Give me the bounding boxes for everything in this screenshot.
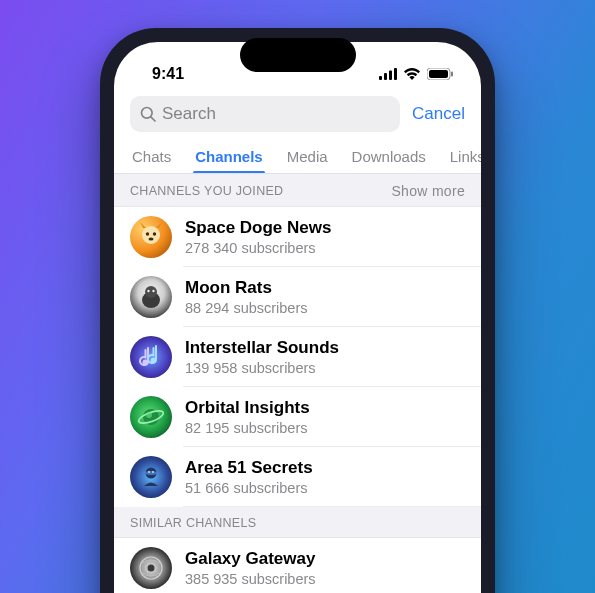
tab-media[interactable]: Media (287, 144, 328, 173)
channel-row[interactable]: Orbital Insights 82 195 subscribers (114, 387, 481, 447)
svg-point-11 (153, 232, 156, 235)
status-indicators (379, 68, 453, 80)
channel-sub: 278 340 subscribers (185, 239, 331, 257)
tab-downloads[interactable]: Downloads (352, 144, 426, 173)
svg-point-17 (143, 360, 149, 366)
battery-icon (427, 68, 453, 80)
channel-name: Area 51 Secrets (185, 457, 313, 478)
channel-name: Galaxy Gateway (185, 548, 316, 569)
svg-line-8 (151, 117, 155, 121)
svg-rect-2 (389, 71, 392, 81)
search-placeholder: Search (162, 104, 216, 124)
channel-row[interactable]: Space Doge News 278 340 subscribers (114, 207, 481, 267)
avatar (130, 456, 172, 498)
channel-meta: Orbital Insights 82 195 subscribers (185, 397, 310, 436)
avatar (130, 336, 172, 378)
cancel-button[interactable]: Cancel (412, 104, 465, 124)
channel-name: Orbital Insights (185, 397, 310, 418)
svg-point-18 (151, 358, 157, 364)
svg-point-15 (147, 290, 149, 292)
svg-rect-3 (394, 68, 397, 80)
phone-frame: 9:41 Search Cancel Chats Channels Media … (100, 28, 495, 593)
tabs: Chats Channels Media Downloads Links (114, 138, 481, 174)
svg-point-12 (149, 237, 154, 240)
tab-channels[interactable]: Channels (195, 144, 263, 173)
section-header-joined: CHANNELS YOU JOINED Show more (114, 174, 481, 207)
tab-chats[interactable]: Chats (132, 144, 171, 173)
show-more-button[interactable]: Show more (391, 183, 465, 199)
svg-point-27 (148, 565, 155, 572)
avatar (130, 216, 172, 258)
section-header-similar: SIMILAR CHANNELS (114, 507, 481, 538)
svg-point-25 (152, 471, 154, 473)
svg-point-21 (146, 412, 152, 418)
search-icon (140, 106, 156, 122)
search-row: Search Cancel (114, 94, 481, 138)
svg-rect-0 (379, 76, 382, 80)
channel-sub: 82 195 subscribers (185, 419, 310, 437)
channel-row[interactable]: Galaxy Gateway 385 935 subscribers (114, 538, 481, 593)
svg-point-9 (142, 226, 160, 244)
search-input[interactable]: Search (130, 96, 400, 132)
channel-meta: Galaxy Gateway 385 935 subscribers (185, 548, 316, 587)
channel-meta: Space Doge News 278 340 subscribers (185, 217, 331, 256)
svg-point-16 (152, 290, 154, 292)
avatar (130, 547, 172, 589)
channel-row[interactable]: Interstellar Sounds 139 958 subscribers (114, 327, 481, 387)
channel-name: Interstellar Sounds (185, 337, 339, 358)
channel-sub: 385 935 subscribers (185, 570, 316, 588)
section-label: SIMILAR CHANNELS (130, 516, 256, 530)
status-time: 9:41 (142, 65, 184, 83)
svg-rect-5 (429, 70, 448, 78)
avatar (130, 396, 172, 438)
svg-point-14 (145, 286, 157, 298)
channel-row[interactable]: Area 51 Secrets 51 666 subscribers (114, 447, 481, 507)
svg-point-10 (146, 232, 149, 235)
svg-point-24 (148, 471, 150, 473)
avatar (130, 276, 172, 318)
wifi-icon (403, 68, 421, 80)
tab-links[interactable]: Links (450, 144, 481, 173)
channel-sub: 51 666 subscribers (185, 479, 313, 497)
channel-name: Space Doge News (185, 217, 331, 238)
svg-point-23 (145, 471, 157, 475)
screen: 9:41 Search Cancel Chats Channels Media … (114, 42, 481, 593)
dynamic-island (240, 38, 356, 72)
channel-meta: Interstellar Sounds 139 958 subscribers (185, 337, 339, 376)
channel-name: Moon Rats (185, 277, 308, 298)
channel-sub: 88 294 subscribers (185, 299, 308, 317)
channel-meta: Moon Rats 88 294 subscribers (185, 277, 308, 316)
svg-rect-1 (384, 73, 387, 80)
channel-meta: Area 51 Secrets 51 666 subscribers (185, 457, 313, 496)
cellular-icon (379, 68, 397, 80)
channel-row[interactable]: Moon Rats 88 294 subscribers (114, 267, 481, 327)
section-label: CHANNELS YOU JOINED (130, 184, 283, 198)
channel-sub: 139 958 subscribers (185, 359, 339, 377)
svg-rect-6 (451, 72, 453, 77)
